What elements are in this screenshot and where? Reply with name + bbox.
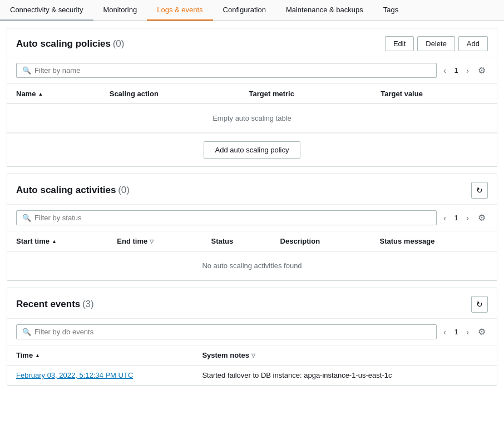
start-time-sort-asc-icon: ▲ xyxy=(52,239,57,244)
th-status: Status xyxy=(202,231,271,251)
activities-search-icon: 🔍 xyxy=(22,214,31,222)
th-target-value: Target value xyxy=(372,84,497,104)
activities-header-right: ↻ xyxy=(471,182,488,199)
policy-search-row: 🔍 ‹ 1 › ⚙ xyxy=(7,57,497,84)
event-time-cell: February 03, 2022, 5:12:34 PM UTC xyxy=(7,365,193,386)
policy-empty-text: Empty auto scaling table xyxy=(7,104,497,133)
section-title-activities: Auto scaling activities (0) xyxy=(16,185,130,196)
th-target-metric: Target metric xyxy=(240,84,372,104)
activities-empty-row: No auto scaling activities found xyxy=(7,251,497,280)
section-header-policies: Auto scaling policies (0) Edit Delete Ad… xyxy=(7,28,497,57)
events-table-wrap: Time ▲ System notes ▽ February xyxy=(7,345,497,386)
policy-action-buttons: Edit Delete Add xyxy=(385,36,488,51)
events-pagination: ‹ 1 › xyxy=(441,326,471,338)
events-search-input[interactable] xyxy=(34,328,431,336)
th-status-message: Status message xyxy=(371,231,497,251)
activities-pagination: ‹ 1 › xyxy=(441,212,471,224)
th-start-time-sort[interactable]: Start time ▲ xyxy=(16,237,99,245)
th-system-notes: System notes ▽ xyxy=(193,345,497,365)
th-end-time-sort[interactable]: End time ▽ xyxy=(117,237,193,245)
tab-logs-events[interactable]: Logs & events xyxy=(147,0,213,21)
th-name: Name ▲ xyxy=(7,84,101,104)
policy-next-button[interactable]: › xyxy=(464,65,471,76)
policy-search-input[interactable] xyxy=(34,66,431,75)
tabs-bar: Connectivity & security Monitoring Logs … xyxy=(0,0,504,21)
section-title-policies: Auto scaling policies (0) xyxy=(16,38,124,50)
delete-policy-button[interactable]: Delete xyxy=(417,36,455,51)
section-title-events: Recent events (3) xyxy=(16,299,94,310)
auto-scaling-activities-section: Auto scaling activities (0) ↻ 🔍 ‹ 1 › ⚙ … xyxy=(7,174,497,281)
activities-table-wrap: Start time ▲ End time ▽ Status xyxy=(7,231,497,280)
events-table: Time ▲ System notes ▽ February xyxy=(7,345,497,386)
time-sort-asc-icon: ▲ xyxy=(35,353,40,358)
activities-settings-button[interactable]: ⚙ xyxy=(476,211,488,224)
end-time-sort-desc-icon: ▽ xyxy=(150,239,154,244)
th-time: Time ▲ xyxy=(7,345,193,365)
notes-sort-desc-icon: ▽ xyxy=(251,353,255,358)
add-policy-row: Add auto scaling policy xyxy=(7,133,497,166)
sort-asc-icon: ▲ xyxy=(38,91,43,97)
add-auto-scaling-policy-button[interactable]: Add auto scaling policy xyxy=(204,141,301,159)
events-prev-button[interactable]: ‹ xyxy=(441,326,448,338)
section-header-activities: Auto scaling activities (0) ↻ xyxy=(7,174,497,205)
table-row: February 03, 2022, 5:12:34 PM UTC Starte… xyxy=(7,365,497,386)
activities-prev-button[interactable]: ‹ xyxy=(441,212,448,224)
th-time-sort[interactable]: Time ▲ xyxy=(16,351,184,359)
tab-maintenance[interactable]: Maintenance & backups xyxy=(276,0,373,21)
th-end-time: End time ▽ xyxy=(108,231,202,251)
section-header-events: Recent events (3) ↻ xyxy=(7,288,497,319)
events-refresh-button[interactable]: ↻ xyxy=(471,296,488,313)
activities-search-wrap: 🔍 xyxy=(16,210,437,225)
event-time-link[interactable]: February 03, 2022, 5:12:34 PM UTC xyxy=(16,371,133,379)
events-search-row: 🔍 ‹ 1 › ⚙ xyxy=(7,319,497,345)
edit-policy-button[interactable]: Edit xyxy=(385,36,414,51)
events-header-right: ↻ xyxy=(471,296,488,313)
tab-monitoring[interactable]: Monitoring xyxy=(93,0,147,21)
events-settings-button[interactable]: ⚙ xyxy=(476,325,488,338)
tab-configuration[interactable]: Configuration xyxy=(213,0,276,21)
policy-page-num: 1 xyxy=(451,66,462,75)
events-page-num: 1 xyxy=(451,328,462,336)
policy-search-wrap: 🔍 xyxy=(16,63,437,78)
auto-scaling-policies-section: Auto scaling policies (0) Edit Delete Ad… xyxy=(7,28,497,167)
activities-search-input[interactable] xyxy=(34,214,431,222)
policy-pagination: ‹ 1 › xyxy=(441,65,471,76)
policy-table-wrap: Name ▲ Scaling action Target metric Targ… xyxy=(7,84,497,133)
recent-events-section: Recent events (3) ↻ 🔍 ‹ 1 › ⚙ Time xyxy=(7,288,497,386)
tab-tags[interactable]: Tags xyxy=(373,0,408,21)
activities-empty-text: No auto scaling activities found xyxy=(7,251,497,280)
th-name-sort[interactable]: Name ▲ xyxy=(16,90,92,98)
event-notes-cell: Started failover to DB instance: apga-in… xyxy=(193,365,497,386)
add-policy-button[interactable]: Add xyxy=(458,36,488,51)
th-start-time: Start time ▲ xyxy=(7,231,108,251)
th-scaling-action: Scaling action xyxy=(101,84,240,104)
th-system-notes-sort[interactable]: System notes ▽ xyxy=(202,351,488,359)
policy-search-icon: 🔍 xyxy=(22,66,31,75)
policy-prev-button[interactable]: ‹ xyxy=(441,65,448,76)
events-search-icon: 🔍 xyxy=(22,328,31,336)
activities-table: Start time ▲ End time ▽ Status xyxy=(7,231,497,280)
policy-empty-row: Empty auto scaling table xyxy=(7,104,497,133)
events-search-wrap: 🔍 xyxy=(16,324,437,339)
policy-settings-button[interactable]: ⚙ xyxy=(476,64,488,77)
activities-page-num: 1 xyxy=(451,214,462,222)
tab-connectivity[interactable]: Connectivity & security xyxy=(0,0,93,21)
policy-table: Name ▲ Scaling action Target metric Targ… xyxy=(7,84,497,133)
activities-search-row: 🔍 ‹ 1 › ⚙ xyxy=(7,205,497,231)
th-description: Description xyxy=(271,231,371,251)
activities-refresh-button[interactable]: ↻ xyxy=(471,182,488,199)
activities-next-button[interactable]: › xyxy=(464,212,471,224)
events-next-button[interactable]: › xyxy=(464,326,471,338)
